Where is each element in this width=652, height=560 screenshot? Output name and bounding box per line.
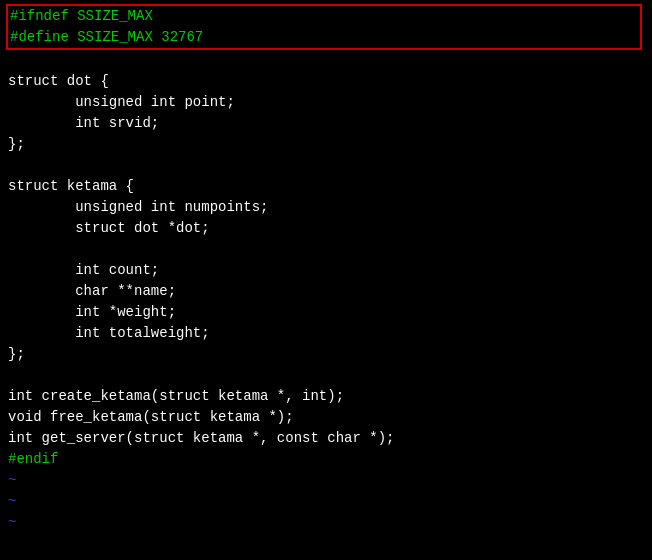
tilde-3: ~ — [0, 512, 652, 533]
line-close-dot: }; — [0, 134, 652, 155]
line-int-totalweight: int totalweight; — [0, 323, 652, 344]
line-unsigned-int-point: unsigned int point; — [0, 92, 652, 113]
line-struct-dot-ptr: struct dot *dot; — [0, 218, 652, 239]
line-int-srvid: int srvid; — [0, 113, 652, 134]
line-int-count: int count; — [0, 260, 652, 281]
line-free-ketama: void free_ketama(struct ketama *); — [0, 407, 652, 428]
tilde-1: ~ — [0, 470, 652, 491]
line-char-name: char **name; — [0, 281, 652, 302]
line-define: #define SSIZE_MAX 32767 — [8, 27, 640, 48]
tilde-2: ~ — [0, 491, 652, 512]
line-struct-dot: struct dot { — [0, 71, 652, 92]
empty-line-3 — [0, 239, 652, 260]
highlighted-region: #ifndef SSIZE_MAX #define SSIZE_MAX 3276… — [6, 4, 642, 50]
code-editor: #ifndef SSIZE_MAX #define SSIZE_MAX 3276… — [0, 0, 652, 560]
line-endif: #endif — [0, 449, 652, 470]
empty-line-4 — [0, 365, 652, 386]
tilde-4: ~ — [0, 554, 652, 560]
line-int-weight: int *weight; — [0, 302, 652, 323]
empty-line-2 — [0, 155, 652, 176]
empty-line-1 — [0, 50, 652, 71]
line-get-server: int get_server(struct ketama *, const ch… — [0, 428, 652, 449]
line-struct-ketama: struct ketama { — [0, 176, 652, 197]
line-close-ketama: }; — [0, 344, 652, 365]
line-unsigned-numpoints: unsigned int numpoints; — [0, 197, 652, 218]
empty-line-5 — [0, 533, 652, 554]
line-create-ketama: int create_ketama(struct ketama *, int); — [0, 386, 652, 407]
line-ifndef: #ifndef SSIZE_MAX — [8, 6, 640, 27]
